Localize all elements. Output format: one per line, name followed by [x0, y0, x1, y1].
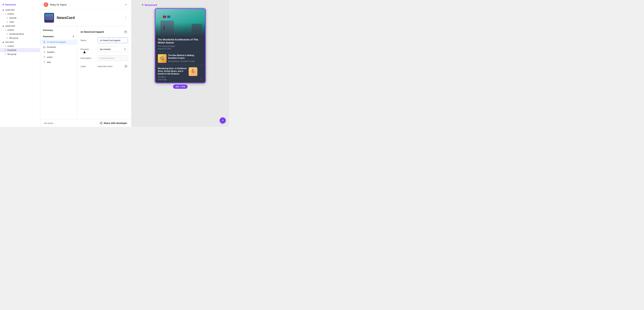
param-item-headline[interactable]: T headline	[40, 50, 77, 55]
newscard-asterisk-icon: ✦	[2, 3, 4, 6]
diamond-icon: ◆	[2, 25, 4, 27]
component-thumbnail	[44, 13, 54, 23]
svg-point-2	[44, 47, 44, 47]
tree-item-title-group-2[interactable]: ☰ title-group	[0, 52, 40, 56]
tree-label: meta	[10, 21, 14, 23]
svg-line-18	[100, 123, 102, 124]
panel-footer: No errors Share with developer	[40, 119, 131, 127]
name-label: Name	[80, 39, 96, 42]
tree-label: hero-item	[5, 41, 14, 43]
layer-label: Layer	[80, 65, 96, 68]
delete-button[interactable]	[123, 30, 128, 34]
tree-item-hero-item[interactable]: ◆ hero-item	[0, 40, 40, 44]
newscard-title-asterisk: ✦	[142, 3, 144, 6]
param-label-tap: on NewsCard tapped	[47, 41, 66, 43]
tree-item-audio-item[interactable]: ◆ audio-item	[0, 8, 40, 12]
bars-icon: ⊟	[6, 21, 8, 23]
left-panel-title: ✦ NewsCard	[0, 2, 40, 8]
svg-point-0	[44, 41, 45, 42]
bars-icon: ⊟	[4, 29, 6, 31]
svg-rect-3	[124, 31, 127, 33]
text-param-icon-headline: T	[43, 51, 46, 54]
tree-item-episode[interactable]: ⊟ episode	[0, 16, 40, 20]
last-item-thumb: 🐝	[189, 67, 198, 76]
layer-value: view=hero-item	[98, 65, 122, 68]
hero-image	[156, 9, 205, 36]
more-options-button[interactable]: ⋮	[124, 16, 127, 20]
param-label-date: date	[47, 61, 51, 64]
property-select-container: tap-handler	[98, 46, 128, 52]
tree-item-meta[interactable]: ⊟ meta	[0, 20, 40, 24]
detail-row-description: Description Add description	[80, 55, 128, 61]
svg-point-15	[100, 123, 100, 124]
last-item-title: Wondering Hour: A Childhood Story, Grizz…	[158, 67, 187, 75]
tree-item-title-group-1[interactable]: ☰ title-group	[0, 36, 40, 40]
left-panel: ✦ NewsCard ◆ audio-item ☰ content ⊟ epis…	[0, 0, 40, 127]
article-title-1: The New Method to Making Breakfast Crepe…	[168, 54, 203, 60]
article-item-1[interactable]: 🍳 The New Method to Making Breakfast Cre…	[156, 52, 205, 65]
article-date-1: November 10, 2021	[180, 60, 195, 62]
tree-item-content-3[interactable]: ☰ content	[0, 44, 40, 48]
event-title: on NewsCard tapped	[80, 30, 122, 33]
param-item-date[interactable]: T date	[40, 60, 77, 65]
svg-point-16	[102, 124, 102, 124]
last-item-source: The Bees	[158, 76, 187, 78]
relay-logo: 🎯	[44, 2, 48, 7]
tree-item-content-1[interactable]: ☰ content	[0, 12, 40, 16]
add-component-button[interactable]: +	[220, 118, 226, 124]
param-item-author[interactable]: T author	[40, 55, 77, 60]
tree-label: article-item	[5, 25, 15, 27]
text-param-icon-date: T	[43, 61, 46, 64]
tree-label: title-group	[8, 53, 16, 55]
tree-item-thumbnail-frame[interactable]: ⊟ thumbnail-frame	[0, 32, 40, 36]
article-info-1: The New Method to Making Breakfast Crepe…	[168, 54, 203, 62]
hero-source: The Seasonal Sagas	[158, 45, 203, 47]
add-parameter-button[interactable]: +	[72, 35, 74, 38]
tree-label: content	[8, 29, 14, 31]
share-label: Share with developer	[104, 122, 127, 124]
diamond-icon: ◆	[2, 41, 4, 43]
tree-label: episode	[10, 17, 16, 19]
detail-row-property: Property tap-handler	[80, 46, 128, 52]
parameters-label: Parameters	[43, 36, 54, 38]
more-options-icon[interactable]: ⋮	[200, 77, 203, 80]
tap-icon	[43, 41, 46, 44]
panel-content: Summary Parameters + on NewsCard tapped	[40, 26, 131, 119]
component-name: NewsCard	[57, 16, 121, 20]
svg-line-17	[100, 122, 102, 123]
size-badge: 354 × 578	[173, 84, 188, 89]
last-news-item[interactable]: Wondering Hour: A Childhood Story, Grizz…	[156, 65, 205, 82]
tree-item-content-2[interactable]: ⊟ content	[0, 28, 40, 32]
param-item-tap[interactable]: on NewsCard tapped	[40, 40, 77, 44]
component-header: NewsCard ⋮	[40, 10, 131, 26]
svg-point-14	[102, 122, 102, 122]
middle-panel: 🎯 Relay for Figma × NewsCard ⋮ Summary P…	[40, 0, 132, 127]
hero-title: The Wonderful Architectures of This Wint…	[158, 38, 203, 44]
panel-header: 🎯 Relay for Figma ×	[40, 0, 131, 10]
image-param-icon	[43, 46, 46, 48]
newscard-preview[interactable]: The Wonderful Architectures of This Wint…	[155, 8, 206, 83]
tree-label: audio-item	[5, 9, 15, 11]
param-label-author: author	[47, 56, 53, 58]
tree-item-thumbnail[interactable]: ⬜ thumbnail	[0, 48, 40, 52]
article-meta-1: Morning Break November 10, 2021	[168, 60, 203, 62]
detail-row-layer: Layer view=hero-item	[80, 64, 128, 68]
params-header: Parameters +	[40, 34, 77, 40]
share-button[interactable]: Share with developer	[100, 122, 127, 124]
target-icon[interactable]	[124, 64, 128, 68]
close-button[interactable]: ×	[124, 3, 128, 6]
property-select[interactable]: tap-handler	[98, 46, 128, 52]
no-errors-label: No errors	[44, 122, 53, 124]
param-item-thumbnail[interactable]: thumbnail	[40, 44, 77, 50]
tree-item-article-item[interactable]: ◆ article-item	[0, 24, 40, 28]
text-param-icon-author: T	[43, 56, 46, 58]
diamond-icon: ◆	[2, 9, 4, 11]
name-input[interactable]	[98, 38, 128, 43]
description-placeholder[interactable]: Add description	[98, 55, 128, 61]
property-label: Property	[80, 48, 96, 50]
param-label-thumbnail: thumbnail	[47, 46, 56, 48]
last-item-info: Wondering Hour: A Childhood Story, Grizz…	[158, 67, 187, 80]
lines-icon: ☰	[6, 37, 8, 39]
last-item-time: 4 hours ago	[158, 79, 187, 80]
hero-date: August 25, 2021	[158, 48, 203, 50]
